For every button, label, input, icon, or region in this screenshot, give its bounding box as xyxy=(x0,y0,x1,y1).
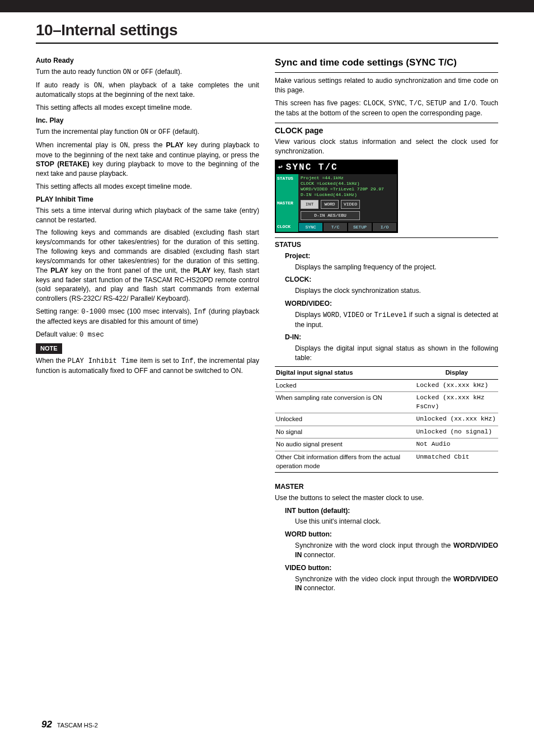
r1c0: When sampling rate conversion is ON xyxy=(275,392,415,413)
word-btn-desc: Synchronize with the word clock input th… xyxy=(285,541,498,560)
auto-ready-p3: This setting affects all modes except ti… xyxy=(36,103,259,113)
din-desc: Displays the digital input signal status… xyxy=(285,344,498,363)
scr-status-label: STATUS xyxy=(276,174,298,199)
note-badge: NOTE xyxy=(36,343,62,354)
rule-status xyxy=(275,237,498,238)
heading-auto-ready: Auto Ready xyxy=(36,56,259,66)
inhibit-default: Default value: 0 msec xyxy=(36,330,259,340)
heading-inc-play: Inc. Play xyxy=(36,116,259,125)
scr-clock-label: CLOCK xyxy=(276,222,298,232)
heading-project: Project: xyxy=(285,251,498,261)
r2c1: Unlocked (xx.xxx kHz) xyxy=(415,413,498,426)
heading-word-video: WORD/VIDEO: xyxy=(285,299,498,309)
scr-btn-int: INT xyxy=(301,200,318,209)
note-text: When the PLAY Inhibit Time item is set t… xyxy=(36,356,259,376)
auto-ready-p2: If auto ready is ON, when playback of a … xyxy=(36,81,259,100)
top-bar xyxy=(0,0,534,12)
right-column: Sync and time code settings (SYNC T/C) M… xyxy=(275,56,498,596)
r1c1: Locked (xx.xxx kHz FsCnv) xyxy=(415,392,498,413)
sync-p1: Make various settings related to audio s… xyxy=(275,76,498,95)
scr-title-text: SYNC T/C xyxy=(286,161,338,174)
word-video-desc: Displays WORD, VIDEO or TriLevel if such… xyxy=(285,310,498,330)
r4c0: No audio signal present xyxy=(275,438,415,451)
r5c1: Unmatched Cbit xyxy=(415,451,498,473)
auto-ready-p1: Turn the auto ready function ON or OFF (… xyxy=(36,67,259,77)
scr-btn-video: VIDEO xyxy=(341,200,360,209)
footer: 92 TASCAM HS-2 xyxy=(41,719,98,730)
r2c0: Unlocked xyxy=(275,413,415,426)
heading-master: MASTER xyxy=(275,482,498,492)
page-number: 92 xyxy=(41,719,52,730)
digital-input-table: Digital input signal status Display Lock… xyxy=(275,366,498,473)
heading-word-btn: WORD button: xyxy=(285,530,498,539)
heading-status: STATUS xyxy=(275,240,498,250)
rule-sync xyxy=(275,72,498,73)
heading-video-btn: VIDEO button: xyxy=(285,563,498,573)
heading-din: D-IN: xyxy=(285,333,498,342)
scr-btn-word: WORD xyxy=(321,200,339,209)
footer-model: TASCAM HS-2 xyxy=(57,722,98,729)
project-desc: Displays the sampling frequency of the p… xyxy=(285,263,498,272)
r3c1: Unlocked (no signal) xyxy=(415,426,498,438)
heading-clock-page: CLOCK page xyxy=(275,125,498,136)
video-btn-desc: Synchronize with the video clock input t… xyxy=(285,575,498,594)
chapter-title: 10–Internal settings xyxy=(0,12,534,43)
scr-btn-din: D-IN AES/EBU xyxy=(301,211,360,220)
r0c0: Locked xyxy=(275,379,415,392)
master-desc: Use the buttons to select the master clo… xyxy=(275,493,498,503)
rule-clock xyxy=(275,123,498,123)
clock-desc: Displays the clock synchronization statu… xyxy=(285,286,498,296)
inc-play-p1: Turn the incremental play function ON or… xyxy=(36,127,259,137)
inhibit-range: Setting range: 0-1000 msec (100 msec int… xyxy=(36,307,259,326)
scr-tab-io: I/O xyxy=(372,222,397,232)
columns: Auto Ready Turn the auto ready function … xyxy=(0,44,534,596)
scr-status-body: Project =44.1kHz CLOCK =Locked(44.1kHz) … xyxy=(298,174,397,199)
inhibit-p1: This sets a time interval during which p… xyxy=(36,206,259,225)
scr-tab-sync: SYNC xyxy=(298,222,323,232)
inc-play-p3: This setting affects all modes except ti… xyxy=(36,182,259,192)
inc-play-p2: When incremental play is ON, press the P… xyxy=(36,141,259,179)
r3c0: No signal xyxy=(275,426,415,438)
sync-tc-screenshot: ↩ SYNC T/C STATUS Project =44.1kHz CLOCK… xyxy=(275,160,498,233)
sync-p2: This screen has five pages: CLOCK, SYNC,… xyxy=(275,99,498,118)
th-status: Digital input signal status xyxy=(275,366,415,379)
int-btn-desc: Use this unit's internal clock. xyxy=(285,517,498,526)
th-display: Display xyxy=(415,366,498,379)
r4c1: Not Audio xyxy=(415,438,498,451)
back-arrow-icon: ↩ xyxy=(278,162,284,172)
left-column: Auto Ready Turn the auto ready function … xyxy=(36,56,259,596)
scr-tab-tc: T/C xyxy=(323,222,348,232)
clock-page-desc: View various clock status information an… xyxy=(275,137,498,156)
r0c1: Locked (xx.xxx kHz) xyxy=(415,379,498,392)
inhibit-p2: The following keys and commands are disa… xyxy=(36,228,259,304)
r5c0: Other Cbit information differs from the … xyxy=(275,451,415,473)
heading-play-inhibit: PLAY Inhibit Time xyxy=(36,195,259,204)
heading-int-btn: INT button (default): xyxy=(285,506,498,516)
scr-tab-setup: SETUP xyxy=(348,222,372,232)
scr-master-label: MASTER xyxy=(276,199,298,222)
heading-clock: CLOCK: xyxy=(285,275,498,284)
section-sync-title: Sync and time code settings (SYNC T/C) xyxy=(275,56,498,69)
